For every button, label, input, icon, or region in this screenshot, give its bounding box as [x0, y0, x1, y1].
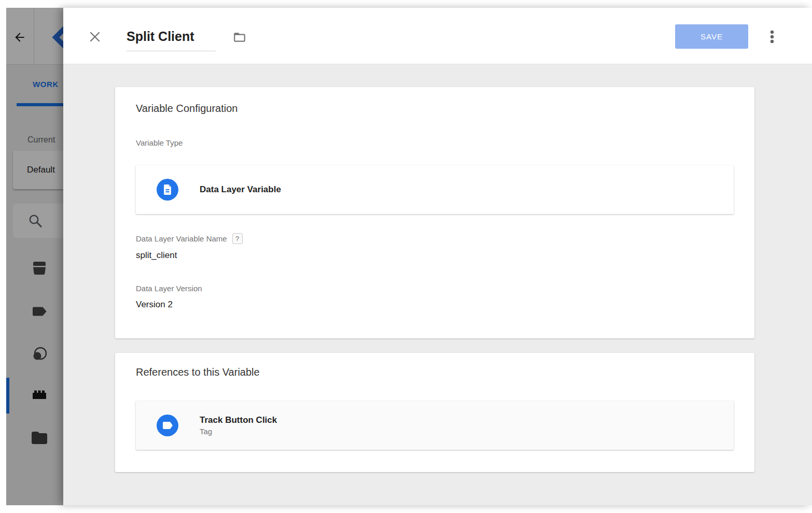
variable-configuration-title: Variable Configuration	[136, 103, 237, 115]
tag-icon	[161, 419, 174, 432]
references-title: References to this Variable	[136, 366, 260, 378]
editor-content: Variable Configuration Variable Type Dat…	[63, 65, 812, 505]
data-layer-variable-name-label: Data Layer Variable Name	[136, 234, 227, 243]
modal-backdrop[interactable]	[6, 8, 63, 505]
save-button[interactable]: SAVE	[675, 24, 748, 49]
tag-manager-app: WORK Current Default	[6, 8, 812, 505]
data-layer-variable-name-value: split_client	[136, 250, 177, 261]
variable-type-value: Data Layer Variable	[200, 184, 281, 195]
move-to-folder-icon[interactable]	[231, 31, 248, 44]
variable-title: Split Client	[127, 27, 216, 45]
data-layer-variable-badge	[157, 179, 178, 201]
variable-name-field[interactable]: Split Client	[127, 27, 216, 51]
data-layer-version-value: Version 2	[136, 300, 173, 310]
close-icon[interactable]	[87, 29, 103, 45]
variable-type-selector[interactable]: Data Layer Variable	[136, 165, 734, 214]
references-card: References to this Variable Track Button…	[115, 353, 754, 472]
tag-badge	[157, 415, 178, 436]
reference-type: Tag	[200, 427, 277, 436]
reference-name: Track Button Click	[200, 415, 277, 425]
overflow-menu-icon[interactable]	[765, 28, 779, 45]
help-icon[interactable]: ?	[232, 233, 243, 244]
variable-type-label: Variable Type	[136, 138, 183, 147]
variable-editor-sheet: Split Client SAVE Variable Configuration	[63, 8, 812, 505]
editor-header: Split Client SAVE	[63, 8, 812, 64]
data-layer-variable-name-row: Data Layer Variable Name ?	[136, 233, 243, 244]
data-layer-document-icon	[162, 183, 173, 196]
reference-item[interactable]: Track Button Click Tag	[136, 401, 734, 450]
variable-configuration-card: Variable Configuration Variable Type Dat…	[115, 87, 754, 338]
data-layer-version-label: Data Layer Version	[136, 284, 202, 293]
workspace-sidebar: WORK Current Default	[6, 8, 63, 505]
